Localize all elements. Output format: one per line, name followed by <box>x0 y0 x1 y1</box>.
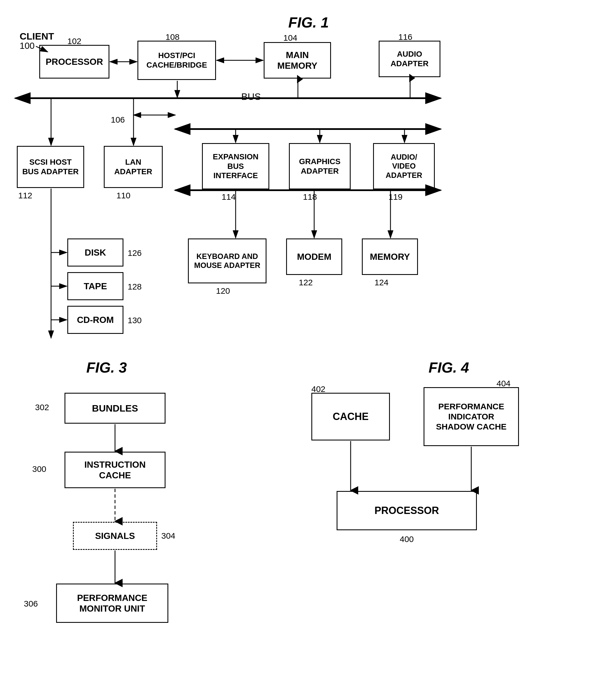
disk-box: DISK <box>67 238 124 266</box>
audio-adapter-box: AUDIOADAPTER <box>379 41 440 77</box>
fig1-area: FIG. 1 CLIENT 100 PROCESSOR 102 HOST/PCI… <box>0 8 616 345</box>
fig4-svg <box>294 359 589 611</box>
host-pci-box: HOST/PCICACHE/BRIDGE <box>137 41 216 80</box>
page: FIG. 1 CLIENT 100 PROCESSOR 102 HOST/PCI… <box>0 0 616 691</box>
fig1-title: FIG. 1 <box>252 14 365 31</box>
main-memory-num: 104 <box>283 33 298 43</box>
host-pci-num: 108 <box>166 32 179 42</box>
modem-num: 122 <box>299 278 313 287</box>
graphics-num: 118 <box>303 192 317 202</box>
bus-num: 106 <box>111 115 125 125</box>
audio-video-num: 119 <box>389 192 402 202</box>
processor-num: 102 <box>67 37 81 46</box>
graphics-box: GRAPHICSADAPTER <box>289 143 351 189</box>
lan-box: LANADAPTER <box>104 146 163 188</box>
keyboard-box: KEYBOARD ANDMOUSE ADAPTER <box>188 238 266 283</box>
audio-adapter-num: 116 <box>398 32 412 42</box>
scsi-num: 112 <box>18 191 32 200</box>
main-memory-box: MAINMEMORY <box>264 42 331 79</box>
memory-box: MEMORY <box>362 238 418 275</box>
fig3-area: FIG. 3 BUNDLES 302 INSTRUCTIONCACHE 300 … <box>8 359 261 668</box>
fig3-svg <box>8 359 261 668</box>
client-label: CLIENT <box>20 31 54 42</box>
processor-box: PROCESSOR <box>39 45 109 79</box>
memory-num: 124 <box>374 278 389 287</box>
expansion-box: EXPANSIONBUSINTERFACE <box>202 143 269 189</box>
audio-video-box: AUDIO/VIDEOADAPTER <box>373 143 435 189</box>
disk-num: 126 <box>128 248 142 258</box>
modem-box: MODEM <box>286 238 342 275</box>
expansion-num: 114 <box>222 192 236 202</box>
client-num: 100 <box>20 41 35 51</box>
lan-num: 110 <box>116 191 130 200</box>
fig4-area: FIG. 4 CACHE 402 PERFORMANCEINDICATORSHA… <box>294 359 589 611</box>
cdrom-box: CD-ROM <box>67 306 124 334</box>
tape-box: TAPE <box>67 272 124 300</box>
scsi-box: SCSI HOSTBUS ADAPTER <box>17 146 84 188</box>
bus-label: BUS <box>241 91 261 102</box>
tape-num: 128 <box>128 282 142 291</box>
cdrom-num: 130 <box>128 316 142 325</box>
keyboard-num: 120 <box>216 286 230 296</box>
